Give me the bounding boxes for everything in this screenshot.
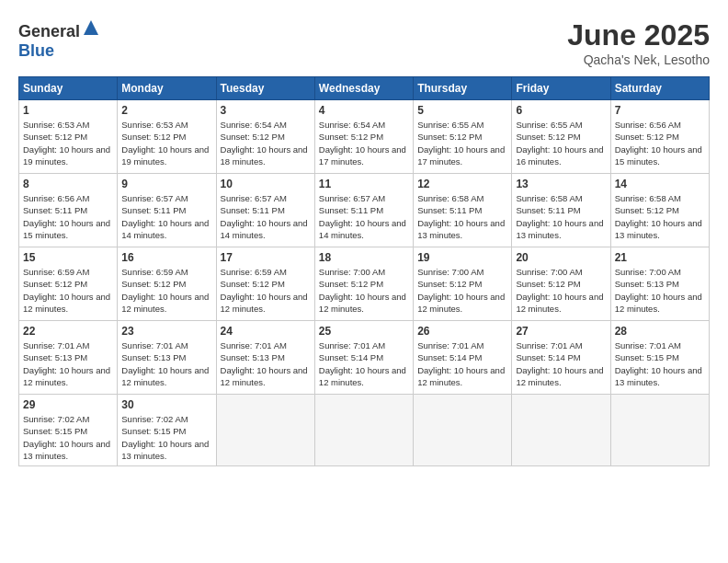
- day-info: Sunrise: 7:01 AMSunset: 5:14 PMDaylight:…: [319, 340, 406, 387]
- col-friday: Friday: [512, 77, 610, 100]
- day-info: Sunrise: 6:58 AMSunset: 5:11 PMDaylight:…: [516, 193, 603, 240]
- table-row: 29 Sunrise: 7:02 AMSunset: 5:15 PMDaylig…: [19, 395, 118, 466]
- table-row: 13 Sunrise: 6:58 AMSunset: 5:11 PMDaylig…: [512, 174, 610, 247]
- table-row: 6 Sunrise: 6:55 AMSunset: 5:12 PMDayligh…: [512, 100, 610, 174]
- title-area: June 2025 Qacha's Nek, Lesotho: [567, 18, 710, 67]
- col-saturday: Saturday: [610, 77, 709, 100]
- table-row: 4 Sunrise: 6:54 AMSunset: 5:12 PMDayligh…: [314, 100, 413, 174]
- day-number: 11: [319, 178, 409, 190]
- day-number: 7: [615, 104, 705, 117]
- day-number: 24: [221, 325, 311, 338]
- day-number: 9: [121, 178, 211, 190]
- day-info: Sunrise: 7:01 AMSunset: 5:14 PMDaylight:…: [417, 340, 505, 387]
- day-info: Sunrise: 6:58 AMSunset: 5:11 PMDaylight:…: [417, 193, 505, 240]
- day-info: Sunrise: 6:56 AMSunset: 5:12 PMDaylight:…: [615, 120, 702, 167]
- day-number: 22: [23, 325, 113, 338]
- day-number: 27: [516, 325, 606, 338]
- svg-marker-0: [84, 20, 98, 35]
- day-number: 6: [516, 104, 606, 117]
- table-row: 1 Sunrise: 6:53 AMSunset: 5:12 PMDayligh…: [19, 100, 118, 174]
- table-row: 24 Sunrise: 7:01 AMSunset: 5:13 PMDaylig…: [216, 321, 314, 395]
- day-number: 30: [121, 398, 211, 411]
- day-info: Sunrise: 6:59 AMSunset: 5:12 PMDaylight:…: [23, 267, 110, 314]
- day-info: Sunrise: 6:54 AMSunset: 5:12 PMDaylight:…: [319, 120, 406, 167]
- table-row: [314, 395, 413, 466]
- day-number: 29: [23, 398, 113, 411]
- table-row: 2 Sunrise: 6:53 AMSunset: 5:12 PMDayligh…: [118, 100, 216, 174]
- table-row: 26 Sunrise: 7:01 AMSunset: 5:14 PMDaylig…: [414, 321, 512, 395]
- table-row: 11 Sunrise: 6:57 AMSunset: 5:11 PMDaylig…: [314, 174, 413, 247]
- day-number: 8: [23, 178, 113, 190]
- table-row: 22 Sunrise: 7:01 AMSunset: 5:13 PMDaylig…: [19, 321, 118, 395]
- month-title: June 2025: [567, 18, 710, 52]
- table-row: 9 Sunrise: 6:57 AMSunset: 5:11 PMDayligh…: [118, 174, 216, 247]
- col-monday: Monday: [118, 77, 216, 100]
- day-info: Sunrise: 6:58 AMSunset: 5:12 PMDaylight:…: [615, 193, 702, 240]
- day-number: 26: [417, 325, 507, 338]
- day-number: 10: [221, 178, 311, 190]
- day-info: Sunrise: 7:02 AMSunset: 5:15 PMDaylight:…: [121, 414, 209, 461]
- day-info: Sunrise: 7:01 AMSunset: 5:15 PMDaylight:…: [615, 340, 702, 387]
- day-number: 20: [516, 251, 606, 264]
- col-wednesday: Wednesday: [314, 77, 413, 100]
- day-info: Sunrise: 7:00 AMSunset: 5:12 PMDaylight:…: [516, 267, 603, 314]
- col-thursday: Thursday: [414, 77, 512, 100]
- table-row: [610, 395, 709, 466]
- table-row: 15 Sunrise: 6:59 AMSunset: 5:12 PMDaylig…: [19, 247, 118, 321]
- table-row: 28 Sunrise: 7:01 AMSunset: 5:15 PMDaylig…: [610, 321, 709, 395]
- table-row: 23 Sunrise: 7:01 AMSunset: 5:13 PMDaylig…: [118, 321, 216, 395]
- table-row: 8 Sunrise: 6:56 AMSunset: 5:11 PMDayligh…: [19, 174, 118, 247]
- day-number: 28: [615, 325, 705, 338]
- table-row: 7 Sunrise: 6:56 AMSunset: 5:12 PMDayligh…: [610, 100, 709, 174]
- day-info: Sunrise: 6:53 AMSunset: 5:12 PMDaylight:…: [121, 120, 209, 167]
- table-row: 16 Sunrise: 6:59 AMSunset: 5:12 PMDaylig…: [118, 247, 216, 321]
- table-row: 20 Sunrise: 7:00 AMSunset: 5:12 PMDaylig…: [512, 247, 610, 321]
- logo: General Blue: [18, 18, 100, 61]
- day-info: Sunrise: 7:01 AMSunset: 5:13 PMDaylight:…: [221, 340, 308, 387]
- day-number: 4: [319, 104, 409, 117]
- calendar: Sunday Monday Tuesday Wednesday Thursday…: [18, 76, 710, 466]
- col-sunday: Sunday: [19, 77, 118, 100]
- day-info: Sunrise: 7:01 AMSunset: 5:13 PMDaylight:…: [121, 340, 209, 387]
- day-number: 15: [23, 251, 113, 264]
- table-row: 3 Sunrise: 6:54 AMSunset: 5:12 PMDayligh…: [216, 100, 314, 174]
- day-number: 17: [221, 251, 311, 264]
- day-info: Sunrise: 6:54 AMSunset: 5:12 PMDaylight:…: [221, 120, 308, 167]
- table-row: 18 Sunrise: 7:00 AMSunset: 5:12 PMDaylig…: [314, 247, 413, 321]
- col-tuesday: Tuesday: [216, 77, 314, 100]
- location-subtitle: Qacha's Nek, Lesotho: [567, 52, 710, 67]
- day-number: 12: [417, 178, 507, 190]
- day-number: 18: [319, 251, 409, 264]
- table-row: 14 Sunrise: 6:58 AMSunset: 5:12 PMDaylig…: [610, 174, 709, 247]
- day-info: Sunrise: 6:57 AMSunset: 5:11 PMDaylight:…: [121, 193, 209, 240]
- day-number: 14: [615, 178, 705, 190]
- day-info: Sunrise: 7:00 AMSunset: 5:12 PMDaylight:…: [417, 267, 505, 314]
- day-info: Sunrise: 7:00 AMSunset: 5:12 PMDaylight:…: [319, 267, 406, 314]
- day-number: 13: [516, 178, 606, 190]
- day-info: Sunrise: 7:01 AMSunset: 5:13 PMDaylight:…: [23, 340, 110, 387]
- day-info: Sunrise: 6:59 AMSunset: 5:12 PMDaylight:…: [221, 267, 308, 314]
- day-info: Sunrise: 6:56 AMSunset: 5:11 PMDaylight:…: [23, 193, 110, 240]
- day-number: 25: [319, 325, 409, 338]
- day-number: 21: [615, 251, 705, 264]
- logo-icon: [82, 18, 100, 37]
- table-row: 27 Sunrise: 7:01 AMSunset: 5:14 PMDaylig…: [512, 321, 610, 395]
- logo-general: General: [18, 22, 80, 40]
- table-row: 19 Sunrise: 7:00 AMSunset: 5:12 PMDaylig…: [414, 247, 512, 321]
- table-row: 5 Sunrise: 6:55 AMSunset: 5:12 PMDayligh…: [414, 100, 512, 174]
- day-number: 3: [221, 104, 311, 117]
- logo-blue: Blue: [18, 41, 54, 60]
- table-row: [414, 395, 512, 466]
- day-info: Sunrise: 7:00 AMSunset: 5:13 PMDaylight:…: [615, 267, 702, 314]
- table-row: 17 Sunrise: 6:59 AMSunset: 5:12 PMDaylig…: [216, 247, 314, 321]
- table-row: [512, 395, 610, 466]
- day-info: Sunrise: 6:57 AMSunset: 5:11 PMDaylight:…: [319, 193, 406, 240]
- day-number: 5: [417, 104, 507, 117]
- day-info: Sunrise: 6:55 AMSunset: 5:12 PMDaylight:…: [417, 120, 505, 167]
- day-info: Sunrise: 6:57 AMSunset: 5:11 PMDaylight:…: [221, 193, 308, 240]
- day-number: 1: [23, 104, 113, 117]
- day-info: Sunrise: 7:01 AMSunset: 5:14 PMDaylight:…: [516, 340, 603, 387]
- table-row: [216, 395, 314, 466]
- table-row: 10 Sunrise: 6:57 AMSunset: 5:11 PMDaylig…: [216, 174, 314, 247]
- table-row: 12 Sunrise: 6:58 AMSunset: 5:11 PMDaylig…: [414, 174, 512, 247]
